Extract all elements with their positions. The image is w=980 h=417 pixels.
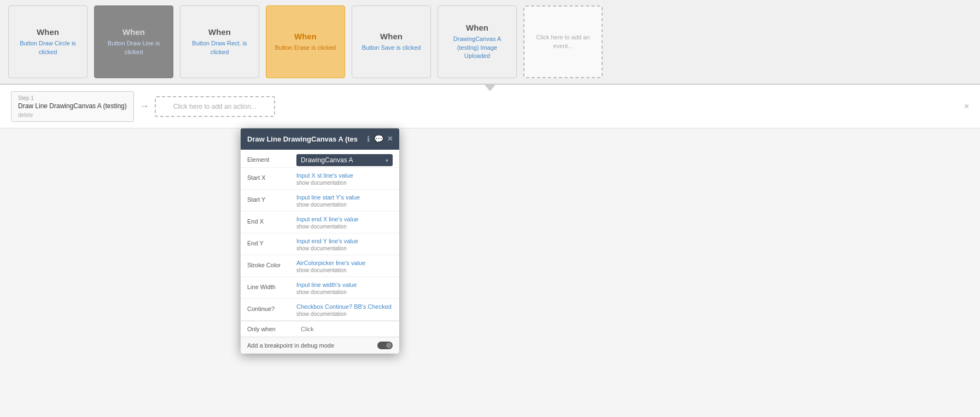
field-label-endy: End Y bbox=[247, 238, 296, 246]
startx-value[interactable]: Input X st line's value bbox=[296, 172, 393, 179]
field-row-starty: Start Y Input line start Y's value show … bbox=[241, 190, 399, 212]
field-label-startx: Start X bbox=[247, 172, 296, 181]
field-row-endy: End Y Input end Y line's value show docu… bbox=[241, 233, 399, 255]
event-text-add-event: Click here to add an event... bbox=[530, 33, 596, 50]
step-label: Step 1 bbox=[18, 95, 127, 101]
event-card-drawing-canvas[interactable]: When DrawingCanvas A (testing) Image Upl… bbox=[438, 5, 517, 78]
event-text-save: Button Save is clicked bbox=[362, 44, 421, 52]
only-when-row: Only when bbox=[247, 326, 393, 332]
only-when-label: Only when bbox=[247, 326, 296, 332]
field-value-col-startx: Input X st line's value show documentati… bbox=[296, 172, 393, 188]
add-action-button[interactable]: Click here to add an action... bbox=[155, 96, 275, 117]
field-row-element: Element DrawingCanvas A ▾ bbox=[241, 150, 399, 168]
event-text-draw-rect: Button Draw Rect. is clicked bbox=[186, 39, 253, 56]
workflow-area: Step 1 Draw Line DrawingCanvas A (testin… bbox=[0, 85, 980, 128]
field-value-col-endx: Input end X line's value show documentat… bbox=[296, 216, 393, 232]
startx-show-doc[interactable]: show documentation bbox=[296, 180, 393, 186]
endy-show-doc[interactable]: show documentation bbox=[296, 245, 393, 251]
field-row-line-width: Line Width Input line width's value show… bbox=[241, 277, 399, 299]
element-dropdown[interactable]: DrawingCanvas A ▾ bbox=[296, 154, 393, 166]
field-label-starty: Start Y bbox=[247, 194, 296, 203]
event-card-draw-rect[interactable]: When Button Draw Rect. is clicked bbox=[180, 5, 259, 78]
continue-value[interactable]: Checkbox Continue? BB's Checked bbox=[296, 303, 393, 310]
event-text-draw-line: Button Draw Line is clicked bbox=[100, 39, 167, 56]
field-row-continue: Continue? Checkbox Continue? BB's Checke… bbox=[241, 299, 399, 321]
only-when-section: Only when bbox=[241, 321, 399, 337]
event-card-add-event[interactable]: Click here to add an event... bbox=[523, 5, 603, 78]
continue-show-doc[interactable]: show documentation bbox=[296, 311, 393, 317]
field-value-col-endy: Input end Y line's value show documentat… bbox=[296, 238, 393, 254]
when-label-draw-circle: When bbox=[37, 27, 59, 37]
only-when-input[interactable] bbox=[301, 326, 393, 332]
when-label-draw-rect: When bbox=[208, 27, 231, 37]
event-text-drawing-canvas: DrawingCanvas A (testing) Image Uploaded bbox=[444, 35, 511, 60]
modal-header-icons: ℹ 💬 × bbox=[367, 134, 393, 144]
close-workflow-button[interactable]: × bbox=[964, 102, 969, 111]
endx-show-doc[interactable]: show documentation bbox=[296, 224, 393, 230]
field-label-line-width: Line Width bbox=[247, 281, 296, 290]
modal-close-button[interactable]: × bbox=[388, 134, 393, 144]
stroke-color-show-doc[interactable]: show documentation bbox=[296, 267, 393, 273]
comment-icon[interactable]: 💬 bbox=[374, 134, 383, 143]
event-card-draw-circle[interactable]: When Button Draw Circle is clicked bbox=[8, 5, 88, 78]
step-delete[interactable]: delete bbox=[18, 112, 127, 118]
endy-value[interactable]: Input end Y line's value bbox=[296, 238, 393, 244]
endx-value[interactable]: Input end X line's value bbox=[296, 216, 393, 222]
event-card-erase[interactable]: When Button Erase is clicked bbox=[266, 5, 345, 78]
stroke-color-value[interactable]: AirColorpicker line's value bbox=[296, 260, 393, 266]
debug-label: Add a breakpoint in debug mode bbox=[247, 342, 334, 349]
when-label-erase: When bbox=[294, 32, 317, 41]
event-text-erase: Button Erase is clicked bbox=[275, 44, 336, 52]
field-value-col-starty: Input line start Y's value show document… bbox=[296, 194, 393, 210]
line-width-show-doc[interactable]: show documentation bbox=[296, 289, 393, 295]
modal-body: Element DrawingCanvas A ▾ Start X Input … bbox=[241, 150, 399, 354]
main-content: Draw Line DrawingCanvas A (tes ℹ 💬 × Ele… bbox=[0, 128, 980, 417]
field-label-endx: End X bbox=[247, 216, 296, 225]
field-row-endx: End X Input end X line's value show docu… bbox=[241, 212, 399, 233]
step-text: Draw Line DrawingCanvas A (testing) bbox=[18, 102, 127, 110]
field-row-stroke-color: Stroke Color AirColorpicker line's value… bbox=[241, 255, 399, 277]
field-value-col-line-width: Input line width's value show documentat… bbox=[296, 281, 393, 297]
event-card-draw-line[interactable]: When Button Draw Line is clicked bbox=[94, 5, 173, 78]
chevron-down-icon: ▾ bbox=[386, 157, 388, 163]
info-icon[interactable]: ℹ bbox=[367, 134, 370, 143]
when-label-drawing-canvas: When bbox=[466, 23, 488, 32]
line-width-value[interactable]: Input line width's value bbox=[296, 281, 393, 288]
event-card-save[interactable]: When Button Save is clicked bbox=[352, 5, 431, 78]
arrow-icon: → bbox=[139, 101, 149, 112]
starty-value[interactable]: Input line start Y's value bbox=[296, 194, 393, 201]
step-box: Step 1 Draw Line DrawingCanvas A (testin… bbox=[11, 91, 134, 122]
event-text-draw-circle: Button Draw Circle is clicked bbox=[14, 39, 81, 56]
field-row-startx: Start X Input X st line's value show doc… bbox=[241, 168, 399, 190]
event-bar: When Button Draw Circle is clicked When … bbox=[0, 0, 980, 85]
element-dropdown-value: DrawingCanvas A bbox=[301, 156, 353, 164]
field-value-col-element: DrawingCanvas A ▾ bbox=[296, 154, 393, 166]
starty-show-doc[interactable]: show documentation bbox=[296, 202, 393, 208]
when-label-draw-line: When bbox=[122, 27, 145, 37]
field-label-element: Element bbox=[247, 154, 296, 163]
modal-panel: Draw Line DrawingCanvas A (tes ℹ 💬 × Ele… bbox=[241, 128, 399, 354]
debug-toggle[interactable] bbox=[377, 342, 393, 349]
field-value-col-stroke-color: AirColorpicker line's value show documen… bbox=[296, 260, 393, 275]
modal-header: Draw Line DrawingCanvas A (tes ℹ 💬 × bbox=[241, 128, 399, 150]
field-value-col-continue: Checkbox Continue? BB's Checked show doc… bbox=[296, 303, 393, 319]
field-label-stroke-color: Stroke Color bbox=[247, 260, 296, 268]
when-label-save: When bbox=[380, 32, 402, 41]
modal-title: Draw Line DrawingCanvas A (tes bbox=[247, 135, 367, 143]
debug-row: Add a breakpoint in debug mode bbox=[241, 337, 399, 354]
field-label-continue: Continue? bbox=[247, 303, 296, 312]
